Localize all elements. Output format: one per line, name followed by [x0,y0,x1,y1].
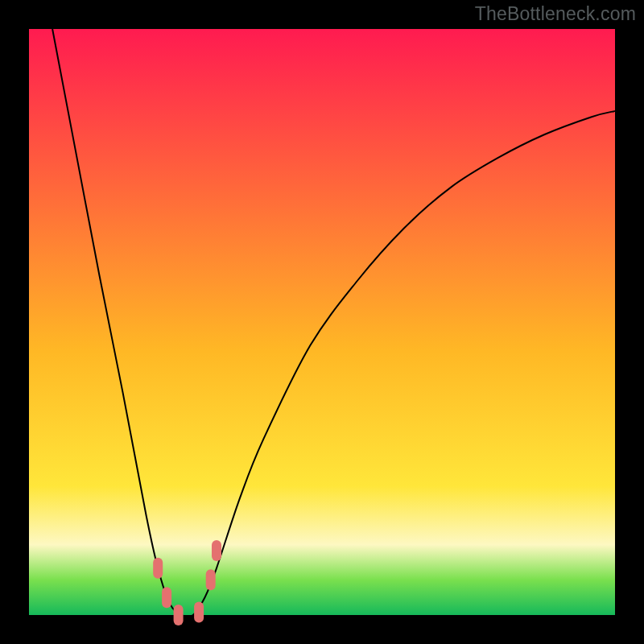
data-marker [206,569,216,590]
bottleneck-curve [52,29,615,617]
plot-area [29,29,615,615]
marker-group [153,540,221,625]
data-marker [153,558,163,579]
watermark-text: TheBottleneck.com [475,3,636,25]
data-marker [162,587,171,608]
data-marker [194,601,204,622]
outer-frame: TheBottleneck.com [0,0,644,644]
data-marker [212,540,221,561]
data-marker [174,605,184,625]
chart-svg [29,29,615,615]
